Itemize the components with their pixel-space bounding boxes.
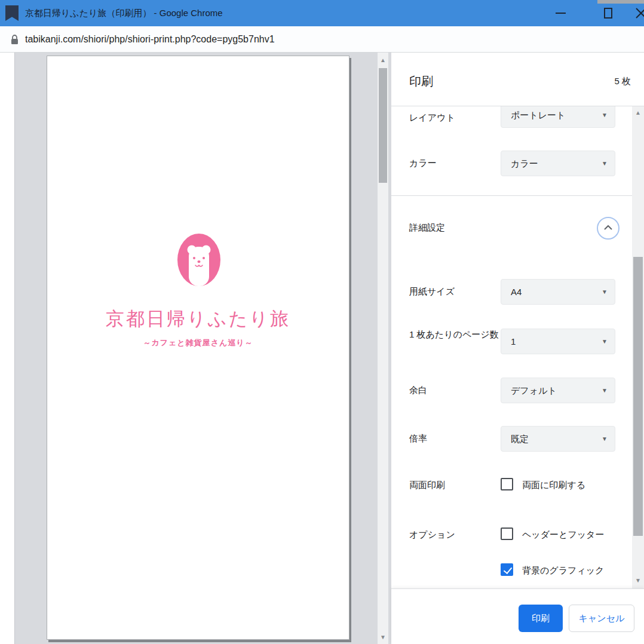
layout-select[interactable]: ポートレート ▼ [501,106,615,128]
cancel-button[interactable]: キャンセル [569,605,634,632]
url-bar[interactable]: tabikanji.com/shiori/php/shiori-print.ph… [0,26,644,53]
chevron-down-icon: ▼ [602,378,608,403]
chevron-down-icon: ▼ [602,151,608,176]
window-title: 京都日帰りふたり旅（印刷用） - Google Chrome [25,0,223,26]
print-dialog-panel: 印刷 5 枚 レイアウト ポートレート ▼ カラー カラー ▼ 詳細設定 用紙サ… [391,53,644,644]
close-icon [636,8,644,19]
header-footer-checkbox-label: ヘッダーとフッター [522,528,604,541]
paper-size-value: A4 [511,280,522,304]
duplex-label: 両面印刷 [409,479,445,492]
chevron-down-icon: ▼ [602,106,608,127]
preview-scrollbar-thumb[interactable] [379,68,387,183]
scroll-down-icon[interactable]: ▼ [633,576,643,585]
sheet-count: 5 枚 [614,76,631,87]
paper-size-select[interactable]: A4 ▼ [501,279,615,305]
print-dialog-footer: 印刷 キャンセル [391,588,644,644]
layout-label: レイアウト [409,111,455,124]
duplex-checkbox-label: 両面に印刷する [522,479,585,492]
chevron-down-icon: ▼ [602,329,608,354]
print-dialog-header: 印刷 5 枚 [391,53,644,106]
maximize-icon [604,8,612,19]
color-value: カラー [511,151,538,176]
pages-per-sheet-label: 1 枚あたりのページ数 [409,326,502,342]
settings-scrollbar-thumb[interactable] [633,257,643,536]
chevron-up-icon [602,223,614,232]
pages-per-sheet-select[interactable]: 1 ▼ [501,329,615,354]
scroll-down-icon[interactable]: ▼ [378,633,388,642]
lock-icon [10,34,19,48]
background-graphics-checkbox-label: 背景のグラフィック [522,564,604,577]
background-graphics-checkbox[interactable] [501,563,513,576]
section-divider [391,195,644,196]
header-footer-checkbox[interactable] [501,528,513,540]
pages-per-sheet-value: 1 [511,329,516,354]
color-label: カラー [409,157,437,170]
minimize-icon [556,13,566,14]
maximize-button[interactable] [595,0,621,26]
margins-label: 余白 [409,384,427,397]
minimize-button[interactable] [547,0,574,26]
print-settings-scroll: レイアウト ポートレート ▼ カラー カラー ▼ 詳細設定 用紙サイズ A4 ▼… [391,106,644,588]
duplex-checkbox[interactable] [501,478,513,490]
close-button[interactable] [632,0,644,26]
print-preview-area: 京都日帰りふたり旅 ～カフェと雑貨屋さん巡り～ ▲ ▼ [0,53,391,644]
left-margin-strip [0,53,15,644]
scroll-up-icon[interactable]: ▲ [378,56,388,65]
url-text: tabikanji.com/shiori/php/shiori-print.ph… [25,26,275,53]
scale-select[interactable]: 既定 ▼ [501,426,615,452]
bear-logo-icon [177,234,221,286]
paper-size-label: 用紙サイズ [409,285,455,298]
layout-value: ポートレート [511,106,565,127]
print-dialog-title: 印刷 [409,73,433,90]
itinerary-title: 京都日帰りふたり旅 [47,306,349,332]
scale-value: 既定 [511,427,529,451]
chevron-down-icon: ▼ [602,280,608,304]
options-label: オプション [409,528,455,541]
scroll-up-icon[interactable]: ▲ [633,108,643,118]
advanced-collapse-button[interactable] [597,217,620,240]
bookmark-favicon-icon [5,5,19,21]
chevron-down-icon: ▼ [602,427,608,451]
itinerary-subtitle: ～カフェと雑貨屋さん巡り～ [47,338,349,348]
window-titlebar: 京都日帰りふたり旅（印刷用） - Google Chrome [0,0,644,26]
preview-page: 京都日帰りふたり旅 ～カフェと雑貨屋さん巡り～ [47,56,349,640]
scale-label: 倍率 [409,432,427,445]
print-button[interactable]: 印刷 [519,605,563,632]
color-select[interactable]: カラー ▼ [501,151,615,176]
margins-value: デフォルト [511,378,557,403]
margins-select[interactable]: デフォルト ▼ [501,378,615,403]
advanced-settings-label: 詳細設定 [409,221,445,234]
